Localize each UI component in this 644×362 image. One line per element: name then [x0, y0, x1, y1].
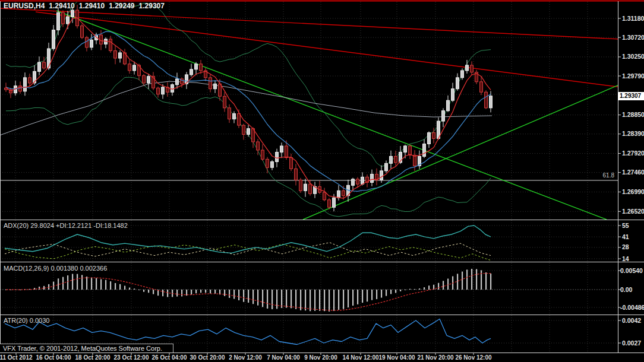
candle-body	[209, 78, 212, 89]
candle-body	[428, 133, 431, 144]
candle-body	[309, 184, 312, 193]
macd-histogram-bar	[72, 274, 73, 290]
macd-histogram-bar	[124, 286, 125, 290]
macd-histogram-bar	[291, 290, 292, 308]
macd-histogram-bar	[233, 290, 235, 299]
candle-body	[333, 198, 336, 207]
candle-body	[38, 62, 41, 71]
macd-histogram-bar	[200, 290, 201, 293]
candle-body	[171, 85, 174, 93]
candle-body	[62, 12, 65, 24]
candle-body	[461, 71, 464, 78]
macd-histogram-bar	[443, 281, 444, 290]
candle-body	[52, 30, 55, 49]
candle-body	[147, 77, 150, 83]
macd-histogram-bar	[329, 290, 330, 312]
macd-histogram-bar	[100, 279, 102, 290]
candle-body	[385, 163, 388, 171]
candle-body	[361, 177, 364, 184]
macd-histogram-bar	[138, 290, 140, 290]
candle-body	[214, 84, 217, 88]
macd-histogram-bar	[490, 274, 491, 290]
macd-histogram-bar	[300, 290, 301, 310]
macd-histogram-bar	[148, 290, 149, 293]
candle-body	[90, 40, 93, 47]
chart-canvas[interactable]	[0, 0, 644, 362]
candle-body	[238, 114, 241, 126]
macd-histogram-bar	[58, 278, 59, 290]
candle-body	[285, 146, 288, 158]
candle-body	[290, 158, 293, 169]
candle-body	[109, 39, 112, 51]
macd-histogram-bar	[286, 290, 287, 308]
macd-histogram-bar	[105, 280, 106, 290]
macd-histogram-bar	[248, 290, 249, 303]
candle-body	[271, 162, 274, 168]
macd-histogram-bar	[262, 290, 263, 307]
candle-body	[304, 184, 307, 190]
macd-histogram-bar	[428, 285, 430, 290]
candle-body	[162, 87, 165, 94]
macd-histogram-bar	[424, 287, 425, 290]
candle-body	[485, 92, 488, 108]
macd-histogram-bar	[295, 290, 296, 309]
candle-body	[200, 64, 203, 71]
candle-body	[299, 180, 302, 190]
macd-histogram-bar	[476, 269, 477, 290]
macd-histogram-bar	[115, 283, 116, 290]
macd-histogram-bar	[77, 274, 78, 290]
macd-histogram-bar	[390, 290, 392, 294]
macd-histogram-bar	[438, 283, 439, 290]
candle-body	[323, 192, 326, 200]
macd-histogram-bar	[252, 290, 254, 304]
candle-body	[257, 142, 260, 150]
macd-histogram-bar	[457, 274, 458, 290]
macd-histogram-bar	[348, 290, 349, 307]
candle-body	[452, 89, 454, 101]
candle-body	[190, 69, 193, 75]
candle-body	[247, 129, 250, 135]
macd-histogram-bar	[338, 290, 339, 310]
macd-histogram-bar	[176, 290, 178, 297]
candle-body	[242, 125, 245, 134]
candle-body	[157, 88, 160, 94]
macd-histogram-bar	[343, 290, 344, 309]
candle-body	[337, 190, 340, 198]
macd-histogram-bar	[153, 290, 154, 294]
macd-histogram-bar	[191, 290, 192, 294]
candle-body	[490, 96, 493, 108]
macd-histogram-bar	[224, 290, 225, 296]
macd-histogram-bar	[381, 290, 382, 298]
candle-body	[43, 62, 46, 68]
macd-histogram-bar	[357, 290, 358, 304]
macd-histogram-bar	[319, 290, 320, 311]
macd-histogram-bar	[229, 290, 230, 298]
macd-histogram-bar	[419, 288, 420, 290]
candle-body	[119, 53, 122, 58]
macd-histogram-bar	[167, 290, 168, 297]
candle-body	[442, 111, 445, 121]
macd-histogram-bar	[129, 288, 130, 290]
candle-body	[371, 174, 374, 182]
candle-body	[447, 100, 450, 110]
macd-histogram-bar	[352, 290, 353, 306]
macd-histogram-bar	[134, 288, 135, 290]
candle-body	[433, 133, 435, 139]
candle-body	[295, 169, 298, 180]
candle-body	[466, 65, 469, 71]
candle-body	[67, 17, 70, 24]
candle-body	[380, 171, 383, 180]
macd-histogram-bar	[272, 290, 273, 309]
macd-histogram-bar	[81, 275, 83, 290]
candle-body	[390, 156, 393, 163]
candle-body	[394, 156, 397, 162]
macd-histogram-bar	[257, 290, 258, 306]
candle-body	[195, 64, 198, 69]
candle-body	[342, 190, 345, 195]
candle-body	[133, 65, 136, 71]
macd-histogram-bar	[362, 290, 363, 303]
candle-body	[86, 37, 89, 47]
macd-histogram-bar	[310, 290, 311, 311]
macd-histogram-bar	[466, 269, 468, 290]
current-price-tag: 1.29307	[618, 92, 644, 100]
